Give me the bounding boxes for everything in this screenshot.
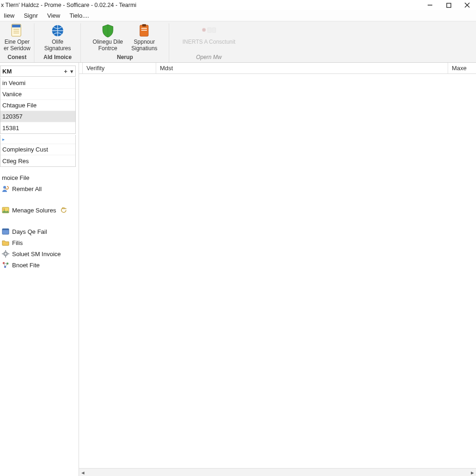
- scroll-track[interactable]: [94, 469, 461, 476]
- scroll-right-icon[interactable]: ▸: [469, 469, 476, 476]
- sidebar-link-label: Menage Solures: [12, 207, 56, 214]
- menu-item-view[interactable]: View: [45, 11, 62, 20]
- calendar-icon: [2, 228, 9, 235]
- list-item[interactable]: 120357: [0, 111, 75, 122]
- ribbon-btn-olife-signatures[interactable]: OlifeSignatures: [44, 23, 71, 52]
- sidebar-list-mid: ▸ Complesiny Cust Ctleg Res: [0, 135, 76, 167]
- ribbon-group-nerup: Olinegu DileFontrce SppnourSignatiuns Ne…: [81, 23, 169, 62]
- ribbon-btn-label: OlifeSignatures: [44, 39, 71, 52]
- column-headers: Verifity Mdst Maxe: [79, 63, 476, 74]
- list-item-label: Complesiny Cust: [2, 146, 48, 153]
- ribbon-btn-label: INERTS A Consctunit: [182, 39, 235, 46]
- list-item-label: in Veomi: [2, 79, 26, 86]
- ribbon: Eine Operer Seridow Conest OlifeSignatur…: [0, 21, 476, 63]
- svg-rect-1: [447, 3, 451, 7]
- svg-rect-15: [208, 28, 212, 33]
- ribbon-btn-label: Eine Operer Seridow: [4, 39, 30, 52]
- sidebar-link-label: Soluet SM Invoice: [12, 251, 61, 258]
- main: Verifity Mdst Maxe ◂ ▸: [79, 63, 476, 476]
- sidebar-selector-label: KM: [2, 68, 12, 75]
- ribbon-btn-label: SppnourSignatiuns: [132, 39, 158, 52]
- sidebar-section-label: moice File: [0, 168, 79, 183]
- column-header[interactable]: Mdst: [156, 63, 448, 73]
- ribbon-group-label: Ald Imoice: [44, 54, 72, 60]
- chevron-right-icon: ▸: [2, 137, 5, 142]
- list-item-label: Chtague File: [2, 102, 37, 109]
- horizontal-scrollbar[interactable]: ◂ ▸: [79, 468, 476, 476]
- ribbon-group-label: Conest: [7, 54, 26, 60]
- column-header-label: Maxe: [452, 65, 467, 72]
- ribbon-btn-eine-oper[interactable]: Eine Operer Seridow: [4, 23, 30, 52]
- content-area: [79, 74, 476, 468]
- titlebar: x Tlern' Haldcz - Prome - Sofficare - 0.…: [0, 0, 476, 10]
- ribbon-group-ald-imoice: OlifeSignatures Ald Imoice: [34, 23, 81, 62]
- list-item-blank[interactable]: ▸: [0, 135, 75, 144]
- maximize-icon: [446, 3, 451, 8]
- list-item[interactable]: Complesiny Cust: [0, 144, 75, 155]
- menu-item-signr[interactable]: Signr: [22, 11, 40, 20]
- sidebar-selector[interactable]: KM + ▾: [0, 66, 76, 77]
- minimize-button[interactable]: [423, 0, 437, 10]
- sidebar-link-menage-solures[interactable]: Menage Solures: [2, 206, 77, 214]
- svg-rect-12: [141, 28, 147, 29]
- body: KM + ▾ in Veomi Vaniice Chtague File 120…: [0, 63, 476, 476]
- scroll-left-icon[interactable]: ◂: [79, 469, 86, 476]
- list-item[interactable]: Chtague File: [0, 100, 75, 111]
- ribbon-groups: Eine Operer Seridow Conest OlifeSignatur…: [0, 23, 476, 62]
- column-header-label: Mdst: [160, 65, 173, 72]
- chevron-down-icon[interactable]: ▾: [70, 68, 73, 75]
- menu-item-tielo[interactable]: Tielo....: [67, 11, 91, 20]
- clipboard-orange-icon: [137, 23, 152, 38]
- sidebar-link-days-qe-fail[interactable]: Days Qe Fail: [2, 228, 77, 235]
- folder-icon: [2, 239, 9, 246]
- menu-item-iew[interactable]: Iiew: [2, 11, 16, 20]
- svg-rect-11: [142, 24, 146, 26]
- list-item-label: Vaniice: [2, 91, 22, 98]
- sidebar-link-soluet-sm-invoice[interactable]: Soluet SM Invoice: [2, 250, 77, 258]
- sidebar-link-label: Days Qe Fail: [12, 228, 47, 235]
- svg-rect-13: [141, 30, 147, 31]
- list-item[interactable]: Ctleg Res: [0, 155, 75, 166]
- documents-disabled-icon: [201, 23, 216, 38]
- menubar: Iiew Signr View Tielo....: [0, 10, 476, 21]
- spacer: [2, 218, 77, 224]
- close-icon: [464, 2, 470, 8]
- list-item-label: 120357: [2, 113, 22, 120]
- svg-point-23: [5, 253, 7, 255]
- ribbon-btn-sppnour-signatiuns[interactable]: SppnourSignatiuns: [132, 23, 158, 52]
- shield-green-icon: [100, 23, 115, 38]
- spacer: [2, 196, 77, 203]
- column-header[interactable]: Verifity: [83, 63, 156, 73]
- document-icon: [10, 23, 25, 38]
- sidebar-selector-controls: + ▾: [64, 68, 73, 75]
- sidebar-list-top: in Veomi Vaniice Chtague File 120357 153…: [0, 78, 76, 134]
- sidebar: KM + ▾ in Veomi Vaniice Chtague File 120…: [0, 63, 79, 476]
- sidebar-link-label: Filis: [12, 239, 23, 246]
- gear-icon: [2, 250, 9, 258]
- ribbon-btn-label: Olinegu DileFontrce: [93, 39, 123, 52]
- sidebar-link-fills[interactable]: Filis: [2, 239, 77, 246]
- app-window: x Tlern' Haldcz - Prome - Sofficare - 0.…: [0, 0, 476, 476]
- picture-icon: [2, 206, 9, 214]
- sidebar-links: Rember All Menage Solures Days Qe Fail F…: [0, 183, 79, 271]
- list-item[interactable]: 15381: [0, 122, 75, 133]
- column-header-label: Verifity: [86, 65, 105, 72]
- ribbon-btn-olinegu-dile[interactable]: Olinegu DileFontrce: [93, 23, 123, 52]
- ribbon-btn-inerts-consctunit: INERTS A Consctunit: [182, 23, 235, 46]
- svg-rect-21: [2, 229, 9, 230]
- list-item[interactable]: Vaniice: [0, 89, 75, 100]
- nodes-icon: [2, 261, 9, 269]
- person-refresh-icon: [2, 185, 9, 192]
- list-item-label: Ctleg Res: [2, 158, 29, 165]
- column-header[interactable]: Maxe: [448, 63, 476, 73]
- column-handle[interactable]: [79, 63, 83, 73]
- close-button[interactable]: [460, 0, 474, 10]
- list-item[interactable]: in Veomi: [0, 78, 75, 89]
- sidebar-link-rember-all[interactable]: Rember All: [2, 185, 77, 192]
- sidebar-link-bnoet-fite[interactable]: Bnoet Fite: [2, 261, 77, 269]
- plus-icon[interactable]: +: [64, 68, 67, 75]
- window-title: x Tlern' Haldcz - Prome - Sofficare - 0.…: [1, 2, 136, 8]
- sidebar-link-label: Bnoet Fite: [12, 262, 40, 269]
- list-item-label: 15381: [2, 125, 19, 132]
- maximize-button[interactable]: [442, 0, 456, 10]
